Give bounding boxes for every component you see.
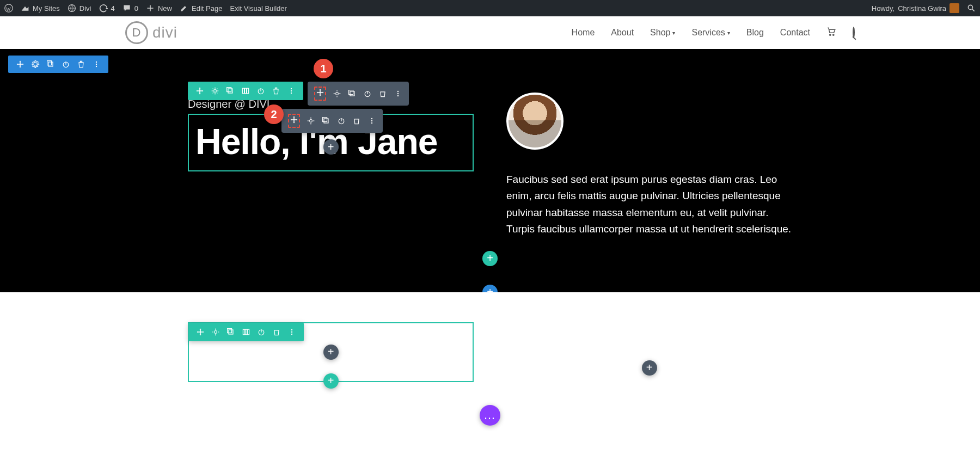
nav-about[interactable]: About xyxy=(611,28,634,38)
svg-rect-22 xyxy=(350,91,354,96)
more-icon[interactable] xyxy=(394,89,402,98)
hero-left-column: 1 Designer @ DIVI 2 Hello, I'm Jane + xyxy=(188,93,474,238)
row-toolbar-2[interactable] xyxy=(188,323,304,341)
nav-shop[interactable]: Shop▾ xyxy=(650,28,675,38)
my-sites-link[interactable]: My Sites xyxy=(21,4,60,13)
add-row-button[interactable]: + xyxy=(482,251,498,266)
nav-blog[interactable]: Blog xyxy=(746,28,764,38)
search-icon[interactable] xyxy=(853,28,855,38)
hero-section: 1 Designer @ DIVI 2 Hello, I'm Jane + xyxy=(0,49,980,292)
svg-point-10 xyxy=(96,66,97,67)
empty-row[interactable]: + + xyxy=(188,322,474,382)
power-icon[interactable] xyxy=(337,116,346,125)
comments-link[interactable]: 0 xyxy=(122,4,138,13)
columns-icon[interactable] xyxy=(241,87,250,95)
updates-link[interactable]: 4 xyxy=(99,4,115,13)
move-icon[interactable] xyxy=(195,87,204,95)
trash-icon[interactable] xyxy=(77,60,85,69)
svg-point-3 xyxy=(830,34,831,35)
svg-point-26 xyxy=(397,93,399,94)
svg-rect-13 xyxy=(227,88,231,92)
add-module-button[interactable]: + xyxy=(323,345,339,360)
power-icon[interactable] xyxy=(62,60,70,69)
svg-rect-39 xyxy=(245,329,247,335)
more-icon[interactable] xyxy=(92,60,101,69)
duplicate-icon[interactable] xyxy=(226,328,235,336)
new-link[interactable]: New xyxy=(146,4,172,13)
svg-point-32 xyxy=(371,118,372,119)
svg-rect-38 xyxy=(243,329,244,335)
more-icon[interactable] xyxy=(287,328,296,336)
second-section: + + + … xyxy=(0,292,980,431)
chevron-down-icon: ▾ xyxy=(672,30,675,36)
svg-point-8 xyxy=(96,62,97,63)
svg-point-34 xyxy=(371,122,372,124)
wp-logo[interactable] xyxy=(4,4,13,13)
power-icon[interactable] xyxy=(363,89,372,98)
module-toolbar-1[interactable] xyxy=(308,82,409,106)
svg-point-11 xyxy=(214,90,217,93)
add-module-button[interactable]: + xyxy=(323,139,339,155)
module-toolbar-2[interactable] xyxy=(281,109,383,133)
power-icon[interactable] xyxy=(256,87,265,95)
svg-rect-30 xyxy=(323,118,327,122)
logo-mark-icon: D xyxy=(125,21,148,44)
duplicate-icon[interactable] xyxy=(322,116,330,125)
duplicate-icon[interactable] xyxy=(226,87,235,95)
more-icon[interactable] xyxy=(287,87,296,95)
svg-rect-16 xyxy=(247,88,248,94)
svg-rect-40 xyxy=(247,329,249,335)
svg-point-19 xyxy=(291,90,292,91)
hero-right-column: Faucibus sed sed erat ipsum purus egesta… xyxy=(506,93,792,238)
gear-icon[interactable] xyxy=(211,328,220,336)
trash-icon[interactable] xyxy=(272,328,281,336)
add-row-button[interactable]: + xyxy=(323,373,339,389)
builder-menu-button[interactable]: … xyxy=(480,405,500,426)
move-icon[interactable] xyxy=(316,88,324,97)
svg-point-43 xyxy=(291,331,292,332)
search-icon[interactable] xyxy=(967,4,976,13)
edit-page-link[interactable]: Edit Page xyxy=(180,4,222,13)
trash-icon[interactable] xyxy=(378,89,387,98)
gear-icon[interactable] xyxy=(307,116,315,125)
power-icon[interactable] xyxy=(257,328,266,336)
columns-icon[interactable] xyxy=(242,328,250,336)
annotation-badge-1: 1 xyxy=(314,59,333,78)
howdy-user[interactable]: Howdy, Christina Gwira xyxy=(872,3,959,13)
svg-rect-37 xyxy=(228,328,232,333)
svg-point-35 xyxy=(215,330,217,333)
trash-icon[interactable] xyxy=(352,116,361,125)
svg-point-20 xyxy=(291,93,292,94)
svg-rect-14 xyxy=(242,88,244,94)
move-icon[interactable] xyxy=(16,60,24,69)
main-nav: Home About Shop▾ Services▾ Blog Contact xyxy=(572,27,855,39)
user-avatar-icon xyxy=(950,3,959,13)
more-icon[interactable] xyxy=(367,116,376,125)
svg-point-25 xyxy=(397,91,399,92)
svg-point-4 xyxy=(833,34,834,35)
trash-icon[interactable] xyxy=(272,87,280,95)
hero-paragraph: Faucibus sed sed erat ipsum purus egesta… xyxy=(506,171,792,238)
nav-contact[interactable]: Contact xyxy=(780,28,810,38)
section-toolbar[interactable] xyxy=(8,56,108,73)
svg-point-28 xyxy=(310,120,313,122)
nav-home[interactable]: Home xyxy=(572,28,595,38)
duplicate-icon[interactable] xyxy=(348,89,357,98)
gear-icon[interactable] xyxy=(333,89,341,98)
move-icon[interactable] xyxy=(290,115,298,124)
cart-icon[interactable] xyxy=(826,27,836,39)
nav-services[interactable]: Services▾ xyxy=(691,28,730,38)
gear-icon[interactable] xyxy=(31,60,40,69)
add-module-button[interactable]: + xyxy=(642,360,657,376)
svg-point-33 xyxy=(371,120,372,121)
site-logo[interactable]: D divi xyxy=(125,21,177,44)
duplicate-icon[interactable] xyxy=(46,60,55,69)
move-icon[interactable] xyxy=(196,328,205,336)
svg-point-42 xyxy=(291,329,292,330)
site-name-link[interactable]: Divi xyxy=(68,4,91,13)
gear-icon[interactable] xyxy=(211,87,219,95)
row-toolbar-1[interactable] xyxy=(188,82,303,100)
exit-visual-builder-link[interactable]: Exit Visual Builder xyxy=(230,4,287,13)
move-handle-highlighted[interactable] xyxy=(314,87,326,101)
move-handle-highlighted[interactable] xyxy=(288,114,300,128)
